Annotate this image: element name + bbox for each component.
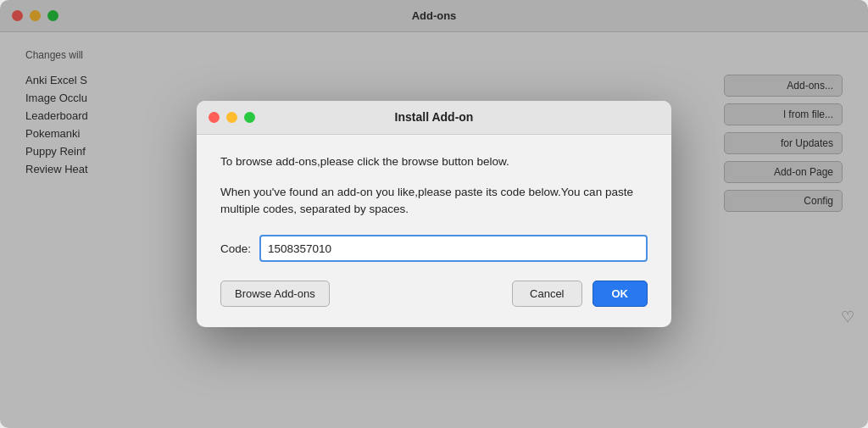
dialog-close-button[interactable] xyxy=(209,112,220,123)
dialog-body: To browse add-ons,please click the brows… xyxy=(197,135,671,328)
dialog-title-bar: Install Add-on xyxy=(197,101,671,135)
dialog-footer: Browse Add-ons Cancel OK xyxy=(220,281,648,310)
cancel-button[interactable]: Cancel xyxy=(512,281,581,307)
dialog-traffic-lights xyxy=(209,112,255,123)
dialog-instruction-2: When you've found an add-on you like,ple… xyxy=(220,184,648,219)
code-input[interactable] xyxy=(259,235,648,262)
code-row: Code: xyxy=(220,235,648,262)
install-addon-dialog: Install Add-on To browse add-ons,please … xyxy=(197,101,671,328)
dialog-min-button[interactable] xyxy=(226,112,237,123)
browse-addons-button[interactable]: Browse Add-ons xyxy=(220,281,330,307)
code-label: Code: xyxy=(220,242,251,255)
main-window: Add-ons Changes will Anki Excel S Image … xyxy=(0,0,868,428)
dialog-title-text: Install Add-on xyxy=(395,110,474,124)
dialog-overlay: Install Add-on To browse add-ons,please … xyxy=(0,0,868,428)
ok-button[interactable]: OK xyxy=(593,281,648,307)
dialog-max-button[interactable] xyxy=(244,112,255,123)
dialog-instruction-1: To browse add-ons,please click the brows… xyxy=(220,153,648,170)
